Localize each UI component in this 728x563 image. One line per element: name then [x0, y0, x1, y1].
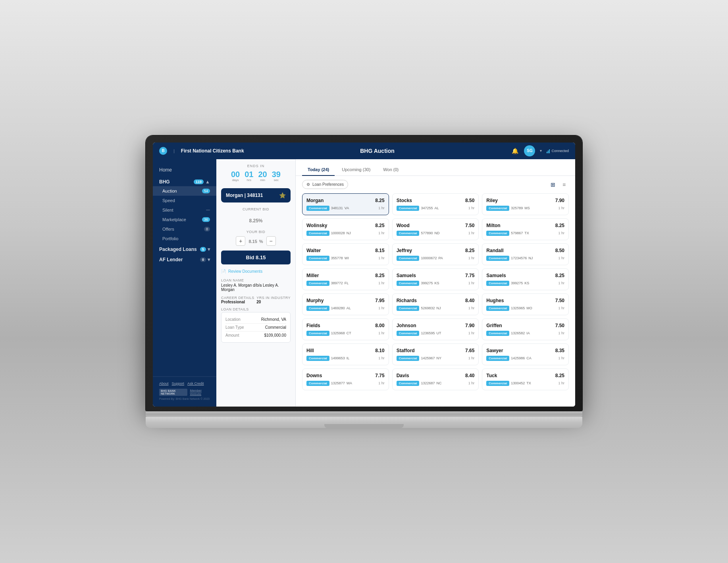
loan-item-tags: Commercial 325789 MS 1 hr	[486, 206, 564, 211]
user-avatar[interactable]: SG	[524, 145, 535, 156]
loan-item-header: Riley 7.90	[486, 198, 564, 203]
tag-time: 1 hr	[558, 381, 564, 385]
loan-item[interactable]: Downs 7.75 Commercial 1325877 WA 1 hr	[302, 368, 389, 390]
tag-commercial: Commercial	[397, 306, 420, 311]
loan-item[interactable]: Johnson 7.90 Commercial 1236595 UT 1 hr	[392, 318, 479, 340]
loan-item-rate: 7.50	[465, 223, 474, 228]
loan-item[interactable]: Hill 8.10 Commercial 1499653 IL 1 hr	[302, 343, 389, 365]
sidebar-item-silent[interactable]: Silent	[153, 205, 216, 215]
loan-item[interactable]: Sawyer 8.35 Commercial 1425986 CA 1 hr	[482, 343, 569, 365]
loan-item[interactable]: Milton 8.25 Commercial 579867 TX 1 hr	[482, 218, 569, 240]
loan-item[interactable]: Miller 8.25 Commercial 389772 FL 1 hr	[302, 268, 389, 290]
sidebar-item-auction[interactable]: Auction 54	[153, 186, 216, 196]
signal-bars	[547, 148, 550, 153]
tag-id: 1322687	[421, 381, 435, 385]
tag-time: 1 hr	[468, 306, 475, 310]
chevron-down-icon: ▾	[540, 148, 542, 153]
loan-item[interactable]: Stocks 8.50 Commercial 347255 AL 1 hr	[392, 193, 479, 215]
sidebar-group-packaged[interactable]: Packaged Loans 5 ▾	[153, 243, 216, 254]
tag-state: ND	[435, 231, 440, 235]
loan-item-name: Miller	[306, 273, 319, 278]
loan-item[interactable]: Morgan 8.25 Commercial 348131 VA 1 hr	[302, 193, 389, 215]
loan-item[interactable]: Jeffrey 8.25 Commercial 10000672 PA 1 hr	[392, 243, 479, 265]
sidebar-links: About Support Ask Credit	[159, 382, 210, 386]
tab-today[interactable]: Today (24)	[302, 164, 335, 176]
loan-detail-location: Location Richmond, VA	[225, 316, 286, 324]
grid-view-button[interactable]: ⊞	[548, 180, 558, 189]
bar2	[548, 150, 549, 153]
loan-item[interactable]: Hughes 7.50 Commercial 1325965 MO 1 hr	[482, 293, 569, 315]
loan-preferences-button[interactable]: ⚙ Loan Preferences	[302, 180, 348, 189]
tag-id: 399275	[511, 281, 523, 285]
loan-item-rate: 7.90	[555, 198, 564, 203]
sidebar-group-bhg[interactable]: BHG 119 ▲	[153, 176, 216, 186]
loan-detail-amount: Amount $109,000.00	[225, 332, 286, 339]
bid-decrement-button[interactable]: −	[266, 236, 276, 246]
loan-name-label: LOAN NAME	[221, 278, 291, 282]
sidebar-link-about[interactable]: About	[159, 382, 169, 386]
member-website-link[interactable]: Member Website	[190, 389, 210, 396]
tag-commercial: Commercial	[486, 356, 509, 361]
loan-item-rate: 7.95	[375, 298, 384, 303]
sidebar-marketplace-badge: 36	[202, 217, 210, 222]
sidebar-item-speed[interactable]: Speed	[153, 196, 216, 205]
tag-state: IL	[347, 356, 350, 360]
loan-item[interactable]: Randall 8.50 Commercial 17234576 NJ 1 hr	[482, 243, 569, 265]
loan-item[interactable]: Riley 7.90 Commercial 325789 MS 1 hr	[482, 193, 569, 215]
loan-item[interactable]: Samuels 8.25 Commercial 399275 KS 1 hr	[482, 268, 569, 290]
loan-item[interactable]: Richards 8.40 Commercial 5269832 NJ 1 hr	[392, 293, 479, 315]
tab-upcoming[interactable]: Upcoming (30)	[336, 164, 376, 176]
loan-item-rate: 7.50	[555, 323, 564, 328]
loan-item-header: Johnson 7.90	[397, 323, 475, 328]
loan-item[interactable]: Tuck 8.25 Commercial 1300452 TX 1 hr	[482, 368, 569, 390]
loan-item[interactable]: Walter 8.15 Commercial 355778 WI 1 hr	[302, 243, 389, 265]
list-view-button[interactable]: ≡	[559, 180, 569, 189]
loan-item[interactable]: Murphy 7.95 Commercial 1469280 AL 1 hr	[302, 293, 389, 315]
powered-by-text: Powered By: BHG Bank Network © 2023	[159, 397, 210, 400]
loan-details-section: LOAN NAME Lesley A. Morgan d/b/a Lesley …	[221, 278, 291, 343]
loan-item-name: Hughes	[486, 298, 504, 303]
bid-submit-button[interactable]: Bid 8.15	[221, 251, 291, 264]
career-details-col: CAREER DETAILS Professional	[221, 296, 254, 304]
sidebar-item-portfolio[interactable]: Portfolio	[153, 234, 216, 243]
sidebar-group-af-lender[interactable]: AF Lender 0 ▾	[153, 254, 216, 264]
loan-item[interactable]: Fields 8.00 Commercial 1325968 CT 1 hr	[302, 318, 389, 340]
tab-won[interactable]: Won (0)	[377, 164, 404, 176]
loan-item[interactable]: Davis 8.40 Commercial 1322687 NC 1 hr	[392, 368, 479, 390]
loan-item-header: Stafford 7.65	[397, 348, 475, 353]
career-details-row: CAREER DETAILS Professional YRS IN INDUS…	[221, 296, 291, 304]
sidebar-silent-badge	[206, 210, 210, 210]
tag-time: 1 hr	[468, 281, 475, 285]
bid-increment-button[interactable]: +	[236, 236, 245, 246]
loan-item[interactable]: Wood 7.50 Commercial 577890 ND 1 hr	[392, 218, 479, 240]
tag-id: 1425986	[511, 356, 525, 360]
loan-item-rate: 8.25	[555, 373, 564, 378]
tag-time: 1 hr	[468, 256, 475, 260]
loan-card[interactable]: Morgan | 348131 ⭐	[221, 188, 291, 202]
sidebar-link-support[interactable]: Support	[172, 382, 185, 386]
loan-item[interactable]: Samuels 7.75 Commercial 399275 KS 1 hr	[392, 268, 479, 290]
tag-time: 1 hr	[378, 281, 385, 285]
tag-time: 1 hr	[468, 331, 475, 335]
sidebar-item-offers[interactable]: Offers 0	[153, 224, 216, 234]
review-documents-link[interactable]: 📄 Review Documents	[221, 269, 291, 274]
bookmark-icon[interactable]: ⭐	[279, 192, 286, 199]
tag-time: 1 hr	[468, 381, 475, 385]
sidebar-link-ask-credit[interactable]: Ask Credit	[187, 382, 204, 386]
loan-item[interactable]: Griffen 7.50 Commercial 1326582 IA 1 hr	[482, 318, 569, 340]
loan-item-name: Stafford	[397, 348, 415, 353]
sidebar-item-home[interactable]: Home	[153, 164, 216, 176]
loan-item-tags: Commercial 1325968 CT 1 hr	[306, 331, 385, 336]
sidebar-item-marketplace[interactable]: Marketplace 36	[153, 215, 216, 224]
loan-type-value: Commercial	[265, 325, 286, 330]
chevron-up-icon: ▲	[205, 179, 210, 185]
loan-item-name: Davis	[397, 373, 409, 378]
notification-bell-icon[interactable]: 🔔	[510, 147, 519, 155]
tag-state: TX	[524, 231, 529, 235]
tag-state: NJ	[437, 306, 441, 310]
loan-item[interactable]: Wolinsky 8.25 Commercial 1000028 NJ 1 hr	[302, 218, 389, 240]
bhg-bank-logo: BHG BANK NETWORK	[159, 389, 187, 396]
loan-item[interactable]: Stafford 7.65 Commercial 1425967 NY 1 hr	[392, 343, 479, 365]
loan-item-rate: 8.40	[465, 298, 474, 303]
tag-id: 325789	[511, 206, 523, 210]
